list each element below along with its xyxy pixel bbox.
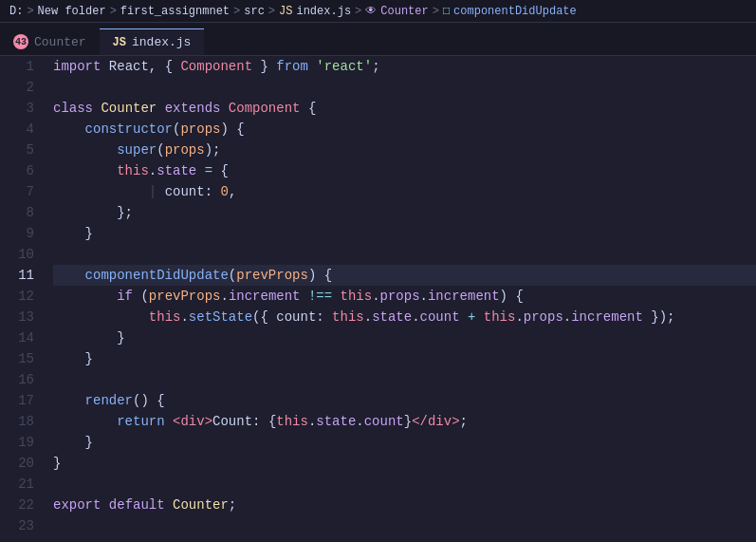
ln-5: 5 bbox=[0, 140, 46, 160]
bc-comp-icon: □ bbox=[443, 5, 450, 18]
ln-19: 19 bbox=[0, 432, 46, 453]
tab-bar: 43 Counter JS index.js bbox=[0, 23, 756, 56]
tab-indexjs-label: index.js bbox=[132, 35, 191, 49]
sep4: > bbox=[268, 5, 275, 18]
ln-7: 7 bbox=[0, 181, 46, 202]
ln-23: 23 bbox=[0, 515, 46, 536]
code-line-12: if (prevProps.increment !== this.props.i… bbox=[53, 286, 756, 307]
bc-assignment: first_assignmnet bbox=[120, 5, 230, 18]
code-line-19: } bbox=[53, 432, 756, 453]
ln-4: 4 bbox=[0, 119, 46, 140]
code-line-4: constructor(props) { bbox=[53, 119, 756, 140]
bc-newfolder: New folder bbox=[38, 5, 106, 18]
code-line-1: import React, { Component } from 'react'… bbox=[53, 56, 756, 77]
code-line-6: this.state = { bbox=[53, 160, 756, 181]
code-area: 1 2 3 4 5 6 7 8 9 10 11 12 13 14 15 16 1… bbox=[0, 56, 756, 542]
sep6: > bbox=[433, 5, 439, 18]
ln-15: 15 bbox=[0, 348, 46, 369]
ln-10: 10 bbox=[0, 244, 46, 265]
code-line-10 bbox=[53, 244, 756, 265]
sep5: > bbox=[355, 5, 361, 18]
code-line-21 bbox=[53, 474, 756, 495]
code-line-14: } bbox=[53, 327, 756, 348]
code-line-22: export default Counter; bbox=[53, 495, 756, 515]
ln-3: 3 bbox=[0, 98, 46, 119]
bc-counter: Counter bbox=[380, 5, 428, 18]
code-line-17: render() { bbox=[53, 390, 756, 411]
ln-9: 9 bbox=[0, 223, 46, 244]
code-line-13: this.setState({ count: this.state.count … bbox=[53, 307, 756, 327]
code-content[interactable]: import React, { Component } from 'react'… bbox=[46, 56, 756, 542]
code-line-15: } bbox=[53, 348, 756, 369]
sep3: > bbox=[233, 5, 240, 18]
code-line-5: super(props); bbox=[53, 140, 756, 160]
ln-1: 1 bbox=[0, 56, 46, 77]
ln-20: 20 bbox=[0, 453, 46, 474]
bc-method: componentDidUpdate bbox=[453, 5, 577, 18]
bc-indexjs: index.js bbox=[296, 5, 351, 18]
ln-22: 22 bbox=[0, 495, 46, 515]
tab-counter-label: Counter bbox=[34, 35, 86, 49]
bc-src: src bbox=[244, 5, 265, 18]
ln-16: 16 bbox=[0, 369, 46, 390]
tab-indexjs[interactable]: JS index.js bbox=[100, 28, 205, 55]
ln-2: 2 bbox=[0, 77, 46, 98]
line-numbers: 1 2 3 4 5 6 7 8 9 10 11 12 13 14 15 16 1… bbox=[0, 56, 46, 542]
code-line-23 bbox=[53, 515, 756, 536]
breadcrumb: D: > New folder > first_assignmnet > src… bbox=[9, 4, 577, 18]
ln-18: 18 bbox=[0, 411, 46, 432]
sep2: > bbox=[110, 5, 117, 18]
code-line-3: class Counter extends Component { bbox=[53, 98, 756, 119]
title-bar: D: > New folder > first_assignmnet > src… bbox=[0, 0, 756, 23]
tab-js-icon: JS bbox=[113, 36, 126, 49]
bc-js-icon: JS bbox=[279, 5, 292, 18]
code-line-9: } bbox=[53, 223, 756, 244]
code-line-18: return <div>Count: {this.state.count}</d… bbox=[53, 411, 756, 432]
tab-badge: 43 bbox=[13, 34, 28, 49]
ln-12: 12 bbox=[0, 286, 46, 307]
ln-6: 6 bbox=[0, 160, 46, 181]
ln-8: 8 bbox=[0, 202, 46, 223]
tab-counter[interactable]: 43 Counter bbox=[0, 28, 100, 55]
sep1: > bbox=[27, 5, 33, 18]
code-line-20: } bbox=[53, 453, 756, 474]
ln-11: 11 bbox=[0, 265, 46, 286]
ln-13: 13 bbox=[0, 307, 46, 327]
ln-21: 21 bbox=[0, 474, 46, 495]
code-line-11: componentDidUpdate(prevProps) { bbox=[53, 265, 756, 286]
bc-d: D: bbox=[9, 5, 23, 18]
ln-14: 14 bbox=[0, 327, 46, 348]
code-line-16 bbox=[53, 369, 756, 390]
bc-counter-icon: 👁 bbox=[365, 4, 377, 18]
code-line-2 bbox=[53, 77, 756, 98]
code-line-7: | count: 0, bbox=[53, 181, 756, 202]
code-line-8: }; bbox=[53, 202, 756, 223]
ln-17: 17 bbox=[0, 390, 46, 411]
